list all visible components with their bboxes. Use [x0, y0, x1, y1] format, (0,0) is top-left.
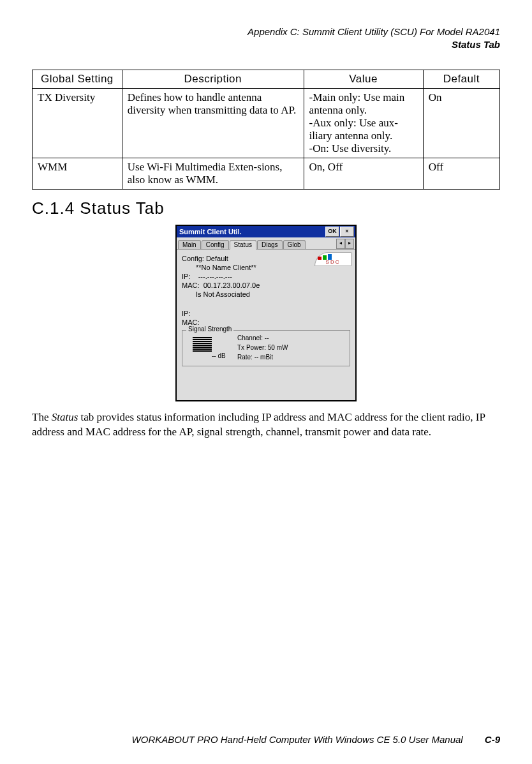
tab-strip: Main Config Status Diags Glob ◂ ▸ [177, 237, 355, 250]
cell-description: Use Wi-Fi Multimedia Exten-sions, also k… [122, 158, 304, 190]
para-suffix: tab provides status information includin… [32, 411, 485, 438]
logo-text: SDC [326, 259, 341, 265]
page-footer: WORKABOUT PRO Hand-Held Computer With Wi… [32, 734, 500, 745]
txpower-line: Tx Power: 50 mW [237, 343, 346, 352]
header-line1: Appendix C: Summit Client Utility (SCU) … [32, 26, 500, 38]
col-header-description: Description [122, 70, 304, 89]
mac1-value: 00.17.23.00.07.0e [203, 281, 260, 289]
cell-default: Off [423, 158, 499, 190]
col-header-setting: Global Setting [33, 70, 122, 89]
para-italic: Status [52, 411, 78, 423]
signal-bars-icon [193, 336, 212, 352]
cell-value: -Main only: Use main antenna only. -Aux … [304, 89, 423, 158]
titlebar: Summit Client Util. OK × [177, 226, 355, 237]
cell-default: On [423, 89, 499, 158]
mac1-label: MAC: [182, 281, 200, 289]
db-value: -- dB [212, 352, 237, 359]
col-header-default: Default [423, 70, 499, 89]
channel-line: Channel: -- [237, 333, 346, 343]
tab-scroll-left-icon[interactable]: ◂ [336, 239, 345, 249]
assoc-line: Is Not Associated [182, 290, 350, 298]
page-header: Appendix C: Summit Client Utility (SCU) … [32, 26, 500, 50]
window-title: Summit Client Util. [178, 228, 325, 236]
cell-setting: WMM [33, 158, 122, 190]
signal-strength-group: Signal Strength -- dB Channel: -- Tx Pow… [182, 330, 350, 366]
cell-description: Defines how to handle antenna diversity … [122, 89, 304, 158]
tab-main[interactable]: Main [178, 240, 201, 249]
ip1-label: IP: [182, 273, 190, 280]
footer-pagenum: C-9 [485, 734, 500, 745]
table-row: WMM Use Wi-Fi Multimedia Exten-sions, al… [33, 158, 500, 190]
app-window: Summit Client Util. OK × Main Config Sta… [175, 225, 357, 401]
tab-glob[interactable]: Glob [283, 240, 306, 249]
client-area: SDC Config: Default **No Name Client** I… [177, 250, 355, 400]
cell-value: On, Off [304, 158, 423, 190]
table-header-row: Global Setting Description Value Default [33, 70, 500, 89]
rate-line: Rate: -- mBit [237, 352, 346, 362]
ip2-line: IP: [182, 310, 350, 317]
signal-legend: Signal Strength [186, 326, 233, 333]
footer-booktitle: WORKABOUT PRO Hand-Held Computer With Wi… [132, 734, 463, 745]
cell-setting: TX Diversity [33, 89, 122, 158]
ip1-line: IP: ---.---.---.--- [182, 273, 350, 280]
tab-status[interactable]: Status [230, 240, 256, 250]
close-button[interactable]: × [340, 227, 354, 237]
para-prefix: The [32, 411, 52, 423]
table-row: TX Diversity Defines how to handle anten… [33, 89, 500, 158]
header-line2: Status Tab [32, 38, 500, 51]
col-header-value: Value [304, 70, 423, 89]
sdc-logo: SDC [314, 252, 351, 266]
tab-diags[interactable]: Diags [257, 240, 283, 249]
tab-config[interactable]: Config [202, 240, 229, 249]
screenshot-wrap: Summit Client Util. OK × Main Config Sta… [32, 225, 500, 401]
body-paragraph: The Status tab provides status informati… [32, 410, 500, 440]
section-heading: C.1.4 Status Tab [32, 198, 500, 218]
mac1-line: MAC: 00.17.23.00.07.0e [182, 281, 350, 289]
ok-button[interactable]: OK [325, 227, 339, 237]
tab-scroll-right-icon[interactable]: ▸ [345, 239, 354, 249]
tab-scroll: ◂ ▸ [336, 239, 354, 249]
ip1-value: ---.---.---.--- [198, 273, 232, 280]
settings-table: Global Setting Description Value Default… [32, 70, 500, 190]
